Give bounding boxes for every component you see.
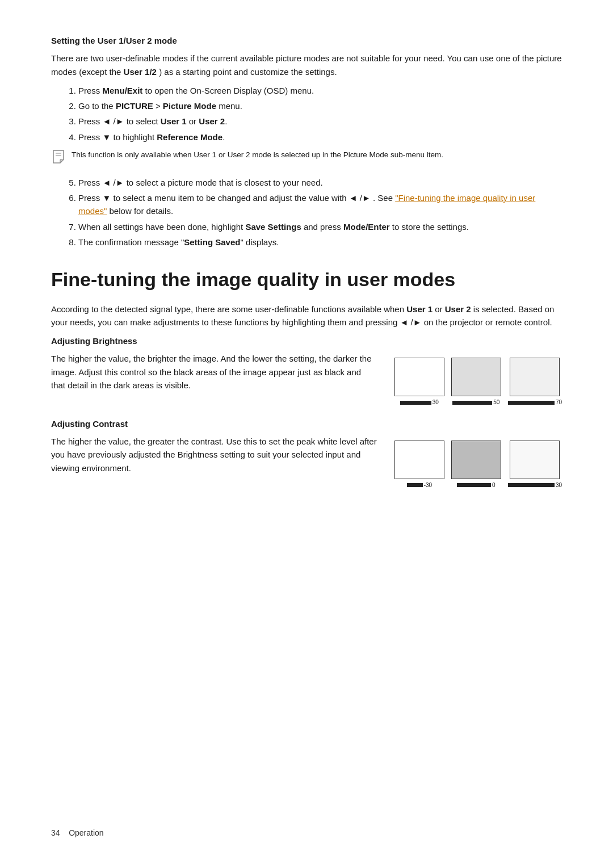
- contrast-heading: Adjusting Contrast: [51, 417, 562, 430]
- footer-label: Operation: [69, 828, 103, 837]
- brightness-slider-3: 70: [508, 398, 562, 407]
- step-3: Press ◄ /► to select User 1 or User 2.: [78, 115, 562, 128]
- brightness-bar-2: 50: [451, 358, 501, 407]
- step2-mid: >: [153, 101, 163, 111]
- brightness-rect-1: [394, 358, 444, 396]
- note-box: This function is only available when Use…: [51, 149, 562, 169]
- step3-bold2: User 2: [199, 116, 225, 126]
- note-svg-icon: [51, 148, 67, 164]
- step7-suffix: to store the settings.: [390, 222, 469, 232]
- contrast-text: The higher the value, the greater the co…: [51, 435, 377, 480]
- contrast-bar-1: -30: [394, 441, 444, 490]
- step2-bold2: Picture Mode: [163, 101, 216, 111]
- brightness-track-1: [400, 401, 431, 405]
- contrast-slider-3: 30: [508, 481, 562, 490]
- contrast-content: The higher the value, the greater the co…: [51, 435, 562, 490]
- brightness-section: Adjusting Brightness The higher the valu…: [51, 334, 562, 407]
- steps-list-1: Press Menu/Exit to open the On-Screen Di…: [78, 84, 562, 144]
- ft-bold1: User 1: [406, 304, 433, 314]
- fine-tuning-title: Fine-tuning the image quality in user mo…: [51, 265, 562, 295]
- brightness-content: The higher the value, the brighter the i…: [51, 352, 562, 407]
- intro-end: ) as a starting point and customize the …: [159, 67, 337, 77]
- ft-intro-text: According to the detected signal type, t…: [51, 304, 406, 314]
- brightness-slider-2: 50: [452, 398, 499, 407]
- step3-mid: or: [187, 116, 199, 126]
- brightness-label-3: 70: [556, 398, 562, 407]
- step7-bold1: Save Settings: [245, 222, 301, 232]
- step1-suffix: to open the On-Screen Display (OSD) menu…: [142, 86, 314, 95]
- brightness-track-2: [452, 401, 492, 405]
- user-mode-heading-text: Setting the User 1/User 2 mode: [51, 36, 177, 45]
- contrast-slider-2: 0: [457, 481, 496, 490]
- step3-bold1: User 1: [161, 116, 187, 126]
- user-mode-heading: Setting the User 1/User 2 mode: [51, 34, 562, 47]
- fine-tuning-intro: According to the detected signal type, t…: [51, 303, 562, 329]
- brightness-heading: Adjusting Brightness: [51, 334, 562, 347]
- step4-prefix: Press ▼ to highlight: [78, 132, 157, 142]
- step2-suffix: menu.: [216, 101, 242, 111]
- step-1: Press Menu/Exit to open the On-Screen Di…: [78, 84, 562, 97]
- brightness-label-2: 50: [493, 398, 499, 407]
- brightness-text: The higher the value, the brighter the i…: [51, 352, 377, 397]
- step7-bold2: Mode/Enter: [343, 222, 390, 232]
- step3-prefix: Press ◄ /► to select: [78, 116, 161, 126]
- step-8: The confirmation message "Setting Saved"…: [78, 236, 562, 249]
- intro-bold: User 1/2: [124, 67, 157, 77]
- contrast-track-3: [508, 483, 555, 487]
- brightness-body: The higher the value, the brighter the i…: [51, 352, 377, 392]
- note-icon: [51, 148, 72, 169]
- contrast-rect-2: [451, 441, 501, 479]
- step4-suffix: .: [222, 132, 225, 142]
- step8-bold: Setting Saved: [184, 237, 240, 247]
- brightness-images: 30 50 70: [394, 352, 562, 407]
- page-number: 34: [51, 828, 60, 837]
- step-6: Press ▼ to select a menu item to be chan…: [78, 191, 562, 218]
- step4-bold: Reference Mode: [157, 132, 222, 142]
- brightness-bar-1: 30: [394, 358, 444, 407]
- page-footer: 34 Operation: [51, 827, 104, 840]
- step1-prefix: Press: [78, 86, 103, 95]
- contrast-images: -30 0 30: [394, 435, 562, 490]
- step-5: Press ◄ /► to select a picture mode that…: [78, 176, 562, 189]
- step2-prefix: Go to the: [78, 101, 116, 111]
- step8-suffix: " displays.: [240, 237, 279, 247]
- contrast-bar-2: 0: [451, 441, 501, 490]
- step1-bold: Menu/Exit: [103, 86, 143, 95]
- brightness-rect-2: [451, 358, 501, 396]
- brightness-rect-3: [510, 358, 560, 396]
- contrast-label-2: 0: [492, 481, 496, 490]
- step7-prefix: When all settings have been done, highli…: [78, 222, 245, 232]
- step-2: Go to the PICTURE > Picture Mode menu.: [78, 99, 562, 112]
- brightness-track-3: [508, 401, 555, 405]
- brightness-label-1: 30: [433, 398, 439, 407]
- step6-prefix: Press ▼ to select a menu item to be chan…: [78, 193, 395, 203]
- step-4: Press ▼ to highlight Reference Mode.: [78, 131, 562, 144]
- steps-list-2: Press ◄ /► to select a picture mode that…: [78, 176, 562, 249]
- contrast-bar-3: 30: [508, 441, 562, 490]
- contrast-rect-3: [510, 441, 560, 479]
- contrast-label-3: 30: [556, 481, 562, 490]
- step7-mid: and press: [301, 222, 343, 232]
- step-7: When all settings have been done, highli…: [78, 220, 562, 233]
- ft-bold2: User 2: [445, 304, 471, 314]
- contrast-body: The higher the value, the greater the co…: [51, 435, 377, 475]
- note-text: This function is only available when Use…: [72, 149, 443, 161]
- fine-tuning-section: Fine-tuning the image quality in user mo…: [51, 265, 562, 490]
- contrast-track-2: [457, 483, 491, 487]
- user-mode-section: Setting the User 1/User 2 mode There are…: [51, 34, 562, 249]
- contrast-label-1: -30: [424, 481, 432, 490]
- contrast-track-1: [407, 483, 423, 487]
- contrast-rect-1: [394, 441, 444, 479]
- brightness-slider-1: 30: [400, 398, 439, 407]
- step8-prefix: The confirmation message ": [78, 237, 184, 247]
- user-mode-intro: There are two user-definable modes if th…: [51, 52, 562, 78]
- step5-text: Press ◄ /► to select a picture mode that…: [78, 178, 323, 187]
- contrast-section: Adjusting Contrast The higher the value,…: [51, 417, 562, 490]
- step2-bold1: PICTURE: [116, 101, 153, 111]
- ft-or: or: [433, 304, 445, 314]
- contrast-slider-1: -30: [407, 481, 432, 490]
- step6-suffix: below for details.: [107, 206, 173, 216]
- brightness-bar-3: 70: [508, 358, 562, 407]
- step3-suffix: .: [225, 116, 227, 126]
